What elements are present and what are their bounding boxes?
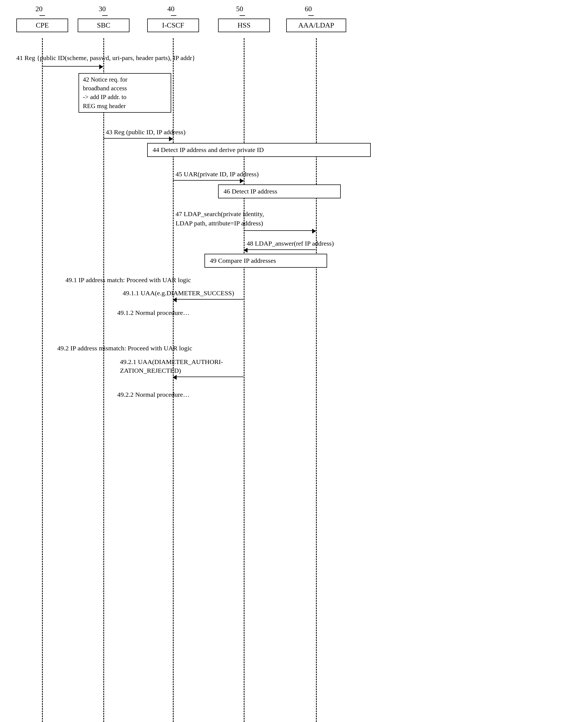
label-box-44: 44 Detect IP address and derive private … — [147, 143, 371, 157]
label-box-46-text: 46 Detect IP address — [224, 188, 277, 195]
tick-60 — [308, 15, 314, 16]
arrow-4921 — [173, 377, 244, 377]
sequence-diagram: 20 30 40 50 60 CPE SBC I-CSCF HSS AAA/LD… — [0, 0, 588, 722]
label-box-42-text: 42 Notice req. for broadband access -> a… — [83, 76, 128, 109]
tick-50 — [239, 15, 245, 16]
entity-sbc: SBC — [78, 19, 129, 32]
tick-30 — [102, 15, 108, 16]
arrow-41 — [42, 66, 103, 66]
label-41: 41 Reg {public ID(scheme, passwd, uri-pa… — [16, 54, 357, 62]
label-4911: 49.1.1 UAA(e.g.DIAMETER_SUCCESS) — [123, 289, 234, 297]
lifeline-sbc — [103, 38, 104, 722]
entity-hss: HSS — [218, 19, 270, 32]
arrow-43 — [104, 138, 172, 139]
lifeline-aaaldap — [316, 38, 317, 722]
label-box-42: 42 Notice req. for broadband access -> a… — [79, 73, 171, 113]
label-box-46: 46 Detect IP address — [218, 184, 341, 198]
tick-40 — [171, 15, 176, 16]
lifeline-icscf — [173, 38, 174, 722]
num-30: 30 — [99, 5, 106, 13]
entity-cpe: CPE — [16, 19, 68, 32]
label-43: 43 Reg (public ID, IP address) — [106, 128, 185, 136]
label-4921: 49.2.1 UAA(DIAMETER_AUTHORI-ZATION_REJEC… — [120, 358, 234, 375]
label-45: 45 UAR(private ID, IP address) — [175, 170, 259, 178]
label-box-44-text: 44 Detect IP address and derive private … — [153, 146, 264, 153]
label-48: 48 LDAP_answer(ref IP address) — [247, 239, 334, 248]
arrow-47 — [244, 230, 316, 231]
label-492: 49.2 IP address mismatch: Proceed with U… — [57, 344, 192, 353]
tick-20 — [40, 15, 45, 16]
entity-icscf: I-CSCF — [147, 19, 199, 32]
label-box-49-text: 49 Compare IP addresses — [210, 257, 276, 264]
arrow-48 — [244, 249, 316, 250]
arrow-45 — [173, 180, 244, 181]
num-60: 60 — [305, 5, 312, 13]
num-50: 50 — [236, 5, 243, 13]
arrow-4911 — [173, 299, 244, 300]
label-4912: 49.1.2 Normal procedure… — [117, 308, 189, 317]
num-40: 40 — [167, 5, 174, 13]
label-box-49: 49 Compare IP addresses — [205, 254, 327, 268]
label-491: 49.1 IP address match: Proceed with UAR … — [65, 276, 191, 284]
num-20: 20 — [36, 5, 43, 13]
label-47: 47 LDAP_search(private identity,LDAP pat… — [175, 209, 312, 228]
lifeline-cpe — [42, 38, 43, 722]
label-4922: 49.2.2 Normal procedure… — [117, 390, 189, 399]
lifeline-hss — [244, 38, 245, 722]
entity-aaaldap: AAA/LDAP — [286, 19, 346, 32]
